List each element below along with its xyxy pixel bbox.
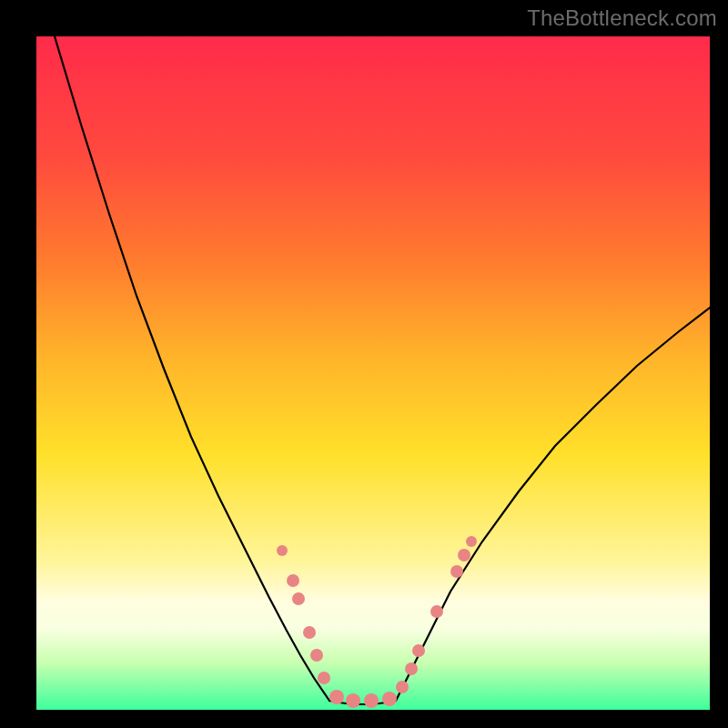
data-marker <box>310 649 323 662</box>
data-marker <box>364 693 379 708</box>
chart-frame: TheBottleneck.com <box>0 0 728 728</box>
data-marker <box>405 662 418 675</box>
data-marker <box>382 692 397 706</box>
data-marker <box>458 549 470 561</box>
data-marker <box>292 592 305 605</box>
data-marker <box>329 690 344 704</box>
data-marker <box>412 644 425 657</box>
data-marker <box>430 605 443 618</box>
data-marker <box>466 536 477 547</box>
marker-group <box>277 536 477 708</box>
plot-area <box>36 36 710 710</box>
watermark-text: TheBottleneck.com <box>527 5 717 31</box>
curve-svg <box>36 36 710 710</box>
curve-right-branch <box>396 308 710 701</box>
curve-left-branch <box>55 36 329 701</box>
data-marker <box>318 672 330 684</box>
data-marker <box>287 574 299 587</box>
data-marker <box>450 565 463 578</box>
data-marker <box>277 545 288 556</box>
data-marker <box>396 681 409 693</box>
data-marker <box>303 626 316 639</box>
data-marker <box>346 693 360 708</box>
